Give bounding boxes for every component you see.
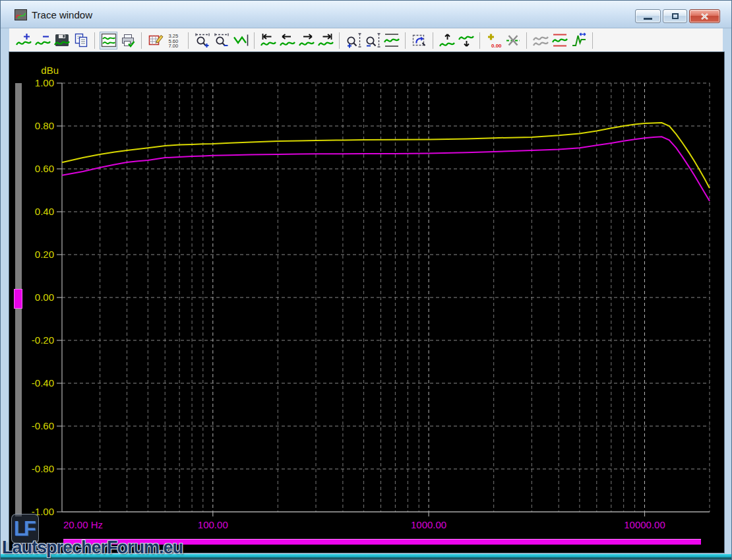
window-title: Trace window (32, 9, 92, 20)
copy-trace-button[interactable] (72, 32, 90, 49)
window-icon (15, 9, 27, 20)
x-axis-tick-label: 20.00 Hz (63, 519, 103, 530)
zoom-in-horizontal-button[interactable] (193, 32, 211, 49)
zoom-in-vertical-icon (346, 32, 361, 48)
toolbar-separator (592, 32, 593, 49)
zoom-out-vertical-icon (365, 32, 381, 48)
toolbar-separator (94, 32, 95, 49)
toolbar-separator (254, 32, 255, 49)
time-shift-button[interactable] (570, 32, 588, 49)
edit-trace-values-button[interactable] (146, 32, 164, 49)
fit-horizontal-icon (233, 32, 249, 48)
toolbar-separator (188, 32, 189, 49)
scroll-full-left-icon (260, 32, 276, 48)
add-trace-icon (16, 32, 32, 48)
offset-slider-thumb[interactable] (14, 289, 22, 309)
minimize-button[interactable] (635, 9, 661, 23)
print-trace-button[interactable] (119, 32, 137, 49)
subtract-trace-icon (35, 32, 51, 48)
y-axis-tick-label: 0.60 (35, 163, 54, 174)
fit-vertical-button[interactable] (382, 32, 400, 49)
caption-buttons (633, 9, 720, 23)
compare-traces-button (532, 32, 549, 49)
toolbar-separator (405, 32, 406, 49)
bottom-teal-strip (1, 557, 731, 560)
tolerance-limits-button[interactable] (551, 32, 568, 49)
scroll-full-right-button[interactable] (317, 32, 334, 49)
show-value-list-button[interactable]: 3.255.607.00 (166, 32, 183, 49)
move-trace-down-button[interactable] (457, 32, 475, 49)
zoom-selection-icon (412, 32, 427, 48)
y-axis-unit-label: dBu (41, 65, 59, 76)
x-axis-tick-label: 1000.00 (411, 519, 446, 530)
compare-traces-icon (533, 32, 549, 48)
scroll-full-right-icon (318, 32, 334, 48)
scroll-left-button[interactable] (278, 32, 296, 49)
print-trace-icon (120, 32, 136, 48)
toolbar-separator (526, 32, 527, 49)
minimize-icon (644, 18, 652, 20)
time-shift-icon (571, 32, 587, 48)
trace-display-button[interactable] (100, 32, 117, 49)
scroll-right-icon (299, 32, 315, 48)
reset-offset-icon: 0.00 (486, 32, 502, 48)
zoom-out-horizontal-button[interactable] (212, 32, 230, 49)
y-axis-tick-label: 0.40 (35, 206, 54, 217)
x-axis-tick-label: 10000.00 (624, 519, 665, 530)
show-value-list-icon: 3.255.607.00 (167, 32, 183, 48)
trace-display-icon (101, 32, 117, 48)
clear-offset-icon (505, 32, 521, 48)
y-axis-tick-label: 0.00 (35, 292, 54, 303)
y-axis-tick-label: 0.20 (35, 249, 54, 260)
zoom-in-vertical-button[interactable] (344, 32, 362, 49)
toolbar-separator (339, 32, 340, 49)
toolbar-separator (479, 32, 480, 49)
add-trace-button[interactable] (15, 32, 32, 49)
y-axis-tick-label: -0.80 (32, 463, 54, 474)
zoom-out-horizontal-icon (214, 32, 229, 48)
fit-horizontal-button[interactable] (231, 32, 249, 49)
y-axis-tick-label: -0.60 (32, 420, 54, 431)
fit-vertical-icon (384, 32, 400, 48)
toolbar: 3.255.607.000.00 (9, 28, 723, 52)
toolbar-separator (433, 32, 433, 49)
copy-trace-icon (73, 32, 89, 48)
scroll-right-button[interactable] (297, 32, 315, 49)
close-button[interactable] (689, 9, 720, 23)
maximize-icon (672, 13, 679, 19)
plot-area: 1.000.800.600.400.200.00-0.20-0.40-0.60-… (9, 52, 724, 553)
scroll-full-left-button[interactable] (259, 32, 277, 49)
y-axis-tick-label: 1.00 (35, 77, 54, 88)
y-axis-tick-label: -1.00 (32, 506, 54, 517)
save-trace-button[interactable] (53, 32, 71, 49)
x-axis-tick-label: 100.00 (198, 519, 228, 530)
move-trace-up-icon (439, 32, 455, 48)
tolerance-limits-icon (552, 32, 568, 48)
maximize-button[interactable] (663, 9, 687, 23)
scroll-left-icon (280, 32, 295, 48)
zoom-in-horizontal-icon (195, 32, 210, 48)
toolbar-separator (141, 32, 142, 49)
clear-offset-button[interactable] (504, 32, 522, 49)
title-bar: Trace window (1, 1, 731, 28)
move-trace-down-icon (458, 32, 474, 48)
y-axis-tick-label: -0.40 (32, 377, 54, 389)
trace-window: Trace window 3.255.607.000.00 1.000.800.… (0, 0, 732, 560)
save-trace-icon (54, 32, 70, 48)
y-axis-tick-label: -0.20 (32, 334, 54, 346)
y-axis-tick-label: 0.80 (35, 120, 54, 131)
reset-offset-button[interactable]: 0.00 (485, 32, 503, 49)
trace-plot: 1.000.800.600.400.200.00-0.20-0.40-0.60-… (9, 52, 724, 553)
subtract-trace-button[interactable] (34, 32, 51, 49)
trace-1-yellow (62, 123, 710, 188)
svg-text:7.00: 7.00 (168, 43, 178, 48)
move-trace-up-button[interactable] (438, 32, 456, 49)
zoom-selection-button[interactable] (410, 32, 428, 49)
horizontal-scrollbar[interactable] (63, 539, 701, 545)
svg-text:0.00: 0.00 (491, 43, 502, 49)
close-icon (701, 13, 708, 20)
edit-trace-values-icon (148, 32, 164, 48)
zoom-out-vertical-button[interactable] (363, 32, 381, 49)
